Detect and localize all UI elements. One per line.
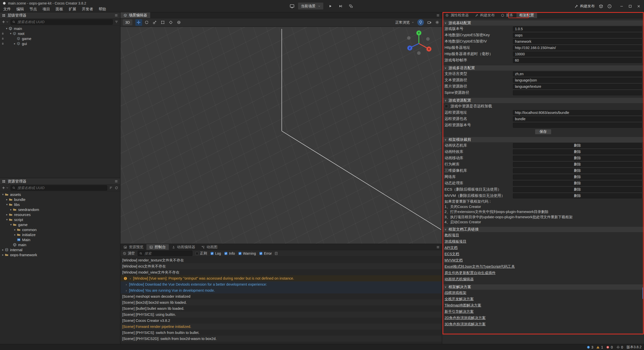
tree-node-bundle[interactable]: ▸bundle	[0, 197, 120, 202]
assets-menu-icon[interactable]	[114, 180, 118, 183]
tree-node-Main[interactable]: TSMain	[0, 237, 120, 242]
scene-settings-icon[interactable]	[435, 20, 439, 25]
tab-console[interactable]: 控制台	[146, 244, 169, 250]
tree-node-initialize[interactable]: ▸initialize	[0, 232, 120, 237]
save-button[interactable]: 保存	[535, 129, 551, 135]
tree-node-resources[interactable]: ▸resources	[0, 212, 120, 217]
chevron-right-icon[interactable]: ▸	[13, 227, 17, 232]
tree-node-common[interactable]: ▸common	[0, 227, 120, 232]
tree-node-root[interactable]: ▾root	[0, 31, 120, 36]
console-log-row-13[interactable]: [Scene] [PHYSICS2D]: switch from box2d-w…	[120, 336, 442, 342]
status-info-count[interactable]: 3	[587, 345, 593, 349]
section-header-2[interactable]: ∨游戏资源配置	[442, 98, 644, 103]
move-tool-button[interactable]	[135, 19, 142, 26]
tree-node-script[interactable]: ▾script	[0, 217, 120, 222]
chevron-right-icon[interactable]: ›	[125, 283, 128, 286]
field-input-2-1[interactable]	[513, 110, 642, 115]
delete-button-1[interactable]: 删除	[513, 149, 642, 154]
delete-button-2[interactable]: 删除	[513, 156, 642, 161]
delete-button-7[interactable]: 删除	[513, 187, 642, 192]
field-input-0-0[interactable]	[513, 26, 642, 31]
menu-item-node[interactable]: 节点	[27, 6, 40, 12]
console-filter-warning[interactable]: Warning	[238, 251, 256, 255]
console-filter-info[interactable]: Info	[224, 251, 235, 255]
delete-button-5[interactable]: 删除	[513, 174, 642, 180]
chevron-right-icon[interactable]: ›	[129, 277, 132, 280]
close-button[interactable]	[635, 3, 642, 10]
chevron-down-icon[interactable]: ▾	[5, 202, 9, 207]
package-icon[interactable]	[599, 4, 603, 9]
preview-device-icon[interactable]	[290, 4, 295, 9]
console-search-input[interactable]	[144, 251, 191, 256]
console-log-row-5[interactable]: ›[Window] You are running Vue in develop…	[120, 287, 442, 293]
axis-gizmo[interactable]: Y X Z	[405, 29, 433, 57]
field-input-0-4[interactable]	[513, 52, 642, 57]
multi-preview-button[interactable]	[347, 3, 354, 10]
section-header-5[interactable]: ∨框架解决方案	[442, 284, 644, 290]
console-export-icon[interactable]	[274, 252, 278, 255]
tab-property-inspector[interactable]: 属性检查器	[442, 12, 472, 18]
assets-add-button[interactable]	[2, 186, 9, 190]
tab-animation-editor[interactable]: 动画编辑器	[169, 244, 198, 250]
link-4-6[interactable]: 原生包热更新配置自动生成插件	[445, 271, 496, 275]
menu-item-file[interactable]: 文件	[1, 6, 14, 12]
hierarchy-search-input[interactable]	[17, 20, 111, 24]
inspector-scrollbar-thumb[interactable]	[642, 287, 644, 299]
field-input-0-5[interactable]	[513, 58, 642, 63]
link-4-5[interactable]: Excel格式转Json文件与TypeScript代码工具	[445, 264, 515, 269]
console-log-row-11[interactable]: [Scene] Forward render pipeline initiali…	[120, 324, 442, 330]
maximize-button[interactable]	[626, 3, 634, 10]
build-publish-button[interactable]: 构建发布	[574, 4, 595, 9]
rotate-tool-button[interactable]	[143, 19, 150, 26]
scale-tool-button[interactable]	[151, 19, 158, 26]
chevron-right-icon[interactable]: ▸	[1, 252, 5, 257]
menu-item-developer[interactable]: 开发者	[79, 6, 96, 12]
field-input-0-2[interactable]	[513, 39, 642, 44]
link-4-2[interactable]: API文档	[445, 245, 458, 250]
tree-node-oops-framework[interactable]: ▸oops-framework	[0, 252, 120, 257]
chevron-right-icon[interactable]: ›	[125, 289, 128, 292]
step-button[interactable]	[337, 3, 344, 10]
section-header-1[interactable]: ∨游戏多语言配置	[442, 65, 644, 71]
menu-item-panel[interactable]: 面板	[53, 6, 66, 12]
field-input-1-3[interactable]	[513, 90, 642, 95]
menu-item-help[interactable]: 帮助	[96, 6, 109, 12]
chevron-right-icon[interactable]: ▸	[1, 247, 5, 252]
link-5-3[interactable]: 新手引导解决方案	[445, 309, 474, 314]
assets-sort-icon[interactable]	[109, 186, 113, 190]
pivot-toggle-button[interactable]	[168, 19, 174, 26]
delete-button-4[interactable]: 删除	[513, 168, 642, 173]
menu-item-edit[interactable]: 编辑	[14, 6, 27, 12]
scene-viewport[interactable]: Y X Z	[120, 27, 442, 244]
tab-service[interactable]: 服务	[498, 12, 516, 18]
link-5-5[interactable]: 3D角色扮演游戏解决方案	[445, 322, 486, 327]
chevron-right-icon[interactable]: ▸	[13, 232, 17, 237]
tab-build-publish[interactable]: 构建发布	[472, 12, 498, 18]
console-clear-button[interactable]: 清空	[123, 251, 135, 256]
tree-node-libs[interactable]: ▾libs	[0, 202, 120, 207]
console-log-row-1[interactable]: [Window] ecs文件夹不存在	[120, 263, 442, 269]
delete-button-3[interactable]: 删除	[513, 162, 642, 167]
rect-tool-button[interactable]	[159, 19, 166, 26]
chevron-down-icon[interactable]: ▾	[9, 222, 13, 227]
link-4-0[interactable]: 教程项目	[445, 233, 459, 238]
link-4-7[interactable]: 动画状态机编辑器	[445, 277, 474, 282]
chevron-right-icon[interactable]: ▸	[5, 212, 9, 217]
console-log-row-12[interactable]: [Scene] [PHYSICS]: switch from builtin t…	[120, 330, 442, 336]
chevron-right-icon[interactable]: ▸	[9, 207, 13, 212]
scene-select-dropdown[interactable]: 当前场景	[298, 3, 324, 10]
console-log-row-4[interactable]: ›[Window] Download the Vue Devtools exte…	[120, 281, 442, 287]
console-log-row-8[interactable]: [Scene] [bullet]:bullet wasm lib loaded.	[120, 305, 442, 312]
console-tab-menu-icon[interactable]	[436, 245, 440, 249]
space-toggle-button[interactable]	[176, 19, 182, 26]
tree-node-internal[interactable]: ▸internal	[0, 247, 120, 252]
tree-node-assets[interactable]: ▾assets	[0, 192, 120, 197]
link-5-0[interactable]: 战棋游戏框架	[445, 290, 466, 295]
tab-assets-preview[interactable]: 资源预览	[120, 244, 146, 250]
field-input-0-3[interactable]	[513, 45, 642, 50]
console-filter-error[interactable]: Error	[259, 251, 272, 255]
hierarchy-filter-icon[interactable]	[115, 20, 118, 24]
status-warning-count[interactable]: 1	[596, 345, 603, 349]
chevron-right-icon[interactable]: ▸	[13, 41, 17, 46]
tree-node-seedrandom[interactable]: ▸seedrandom	[0, 207, 120, 212]
